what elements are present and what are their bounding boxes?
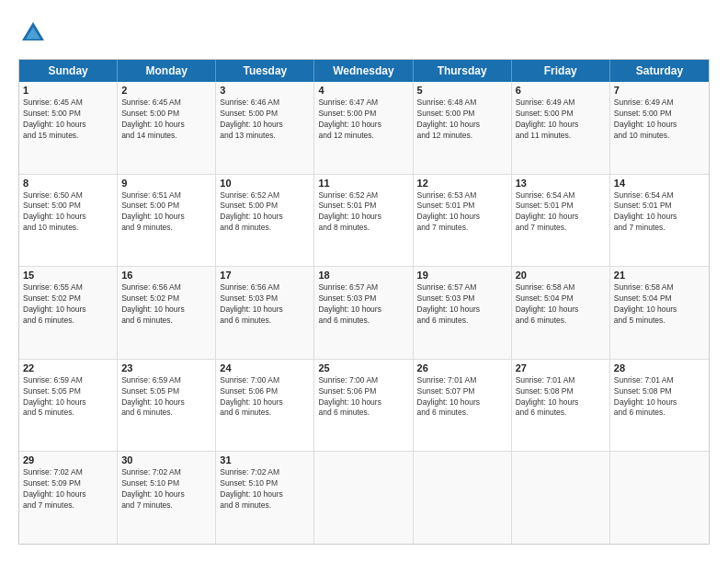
calendar-cell: 9Sunrise: 6:51 AMSunset: 5:00 PMDaylight… xyxy=(118,175,216,267)
cell-content: Sunrise: 7:00 AMSunset: 5:06 PMDaylight:… xyxy=(220,375,310,419)
cell-content: Sunrise: 6:59 AMSunset: 5:05 PMDaylight:… xyxy=(23,375,113,419)
cell-content: Sunrise: 6:54 AMSunset: 5:01 PMDaylight:… xyxy=(516,190,606,235)
calendar-cell: 5Sunrise: 6:48 AMSunset: 5:00 PMDaylight… xyxy=(414,82,512,174)
calendar-cell: 20Sunrise: 6:58 AMSunset: 5:04 PMDayligh… xyxy=(512,267,610,359)
day-number: 13 xyxy=(516,178,606,189)
day-number: 9 xyxy=(121,178,211,189)
header-day-thursday: Thursday xyxy=(414,60,512,82)
calendar: SundayMondayTuesdayWednesdayThursdayFrid… xyxy=(18,59,710,545)
day-number: 21 xyxy=(614,270,705,281)
calendar-cell: 18Sunrise: 6:57 AMSunset: 5:03 PMDayligh… xyxy=(314,267,413,359)
day-number: 16 xyxy=(121,270,211,281)
calendar-cell: 28Sunrise: 7:01 AMSunset: 5:08 PMDayligh… xyxy=(610,360,709,452)
cell-content: Sunrise: 6:48 AMSunset: 5:00 PMDaylight:… xyxy=(417,98,507,142)
day-number: 15 xyxy=(23,270,113,281)
day-number: 17 xyxy=(220,270,310,281)
calendar-cell: 30Sunrise: 7:02 AMSunset: 5:10 PMDayligh… xyxy=(118,452,216,544)
calendar-cell: 17Sunrise: 6:56 AMSunset: 5:03 PMDayligh… xyxy=(216,267,314,359)
calendar-cell: 3Sunrise: 6:46 AMSunset: 5:00 PMDaylight… xyxy=(216,82,314,174)
calendar-cell: 2Sunrise: 6:45 AMSunset: 5:00 PMDaylight… xyxy=(118,82,216,174)
calendar-cell: 24Sunrise: 7:00 AMSunset: 5:06 PMDayligh… xyxy=(216,360,314,452)
cell-content: Sunrise: 6:56 AMSunset: 5:02 PMDaylight:… xyxy=(121,282,211,327)
day-number: 24 xyxy=(220,362,310,373)
day-number: 6 xyxy=(516,85,606,96)
cell-content: Sunrise: 6:51 AMSunset: 5:00 PMDaylight:… xyxy=(121,190,211,235)
cell-content: Sunrise: 6:53 AMSunset: 5:01 PMDaylight:… xyxy=(417,190,507,235)
cell-content: Sunrise: 6:50 AMSunset: 5:00 PMDaylight:… xyxy=(23,190,113,235)
day-number: 2 xyxy=(121,85,211,96)
day-number: 26 xyxy=(417,362,507,373)
header-day-saturday: Saturday xyxy=(610,60,709,82)
day-number: 19 xyxy=(417,270,507,281)
day-number: 12 xyxy=(417,178,507,189)
day-number: 25 xyxy=(318,362,408,373)
cell-content: Sunrise: 6:57 AMSunset: 5:03 PMDaylight:… xyxy=(318,282,408,327)
day-number: 20 xyxy=(516,270,606,281)
calendar-cell: 7Sunrise: 6:49 AMSunset: 5:00 PMDaylight… xyxy=(610,82,709,174)
cell-content: Sunrise: 6:58 AMSunset: 5:04 PMDaylight:… xyxy=(516,282,606,327)
calendar-cell: 15Sunrise: 6:55 AMSunset: 5:02 PMDayligh… xyxy=(19,267,118,359)
calendar-cell: 12Sunrise: 6:53 AMSunset: 5:01 PMDayligh… xyxy=(414,175,512,267)
calendar-cell xyxy=(314,452,413,544)
cell-content: Sunrise: 6:52 AMSunset: 5:01 PMDaylight:… xyxy=(318,190,408,235)
day-number: 18 xyxy=(318,270,408,281)
day-number: 23 xyxy=(121,362,211,373)
cell-content: Sunrise: 6:56 AMSunset: 5:03 PMDaylight:… xyxy=(220,282,310,327)
calendar-cell xyxy=(512,452,610,544)
day-number: 8 xyxy=(23,178,113,189)
calendar-cell: 27Sunrise: 7:01 AMSunset: 5:08 PMDayligh… xyxy=(512,360,610,452)
calendar-header: SundayMondayTuesdayWednesdayThursdayFrid… xyxy=(19,60,709,82)
cell-content: Sunrise: 7:02 AMSunset: 5:10 PMDaylight:… xyxy=(220,467,310,511)
calendar-row-2: 8Sunrise: 6:50 AMSunset: 5:00 PMDaylight… xyxy=(19,175,709,268)
calendar-cell xyxy=(414,452,512,544)
cell-content: Sunrise: 6:45 AMSunset: 5:00 PMDaylight:… xyxy=(121,98,211,142)
calendar-cell: 21Sunrise: 6:58 AMSunset: 5:04 PMDayligh… xyxy=(610,267,709,359)
day-number: 22 xyxy=(23,362,113,373)
day-number: 10 xyxy=(220,178,310,189)
calendar-body: 1Sunrise: 6:45 AMSunset: 5:00 PMDaylight… xyxy=(19,82,709,544)
cell-content: Sunrise: 7:01 AMSunset: 5:08 PMDaylight:… xyxy=(516,375,606,419)
calendar-cell: 31Sunrise: 7:02 AMSunset: 5:10 PMDayligh… xyxy=(216,452,314,544)
calendar-cell: 19Sunrise: 6:57 AMSunset: 5:03 PMDayligh… xyxy=(414,267,512,359)
calendar-cell: 29Sunrise: 7:02 AMSunset: 5:09 PMDayligh… xyxy=(19,452,118,544)
cell-content: Sunrise: 6:47 AMSunset: 5:00 PMDaylight:… xyxy=(318,98,408,142)
calendar-row-4: 22Sunrise: 6:59 AMSunset: 5:05 PMDayligh… xyxy=(19,360,709,453)
header-day-sunday: Sunday xyxy=(19,60,118,82)
header-day-friday: Friday xyxy=(512,60,610,82)
header-day-tuesday: Tuesday xyxy=(216,60,314,82)
cell-content: Sunrise: 6:59 AMSunset: 5:05 PMDaylight:… xyxy=(121,375,211,419)
calendar-cell: 10Sunrise: 6:52 AMSunset: 5:00 PMDayligh… xyxy=(216,175,314,267)
header xyxy=(18,18,710,48)
day-number: 11 xyxy=(318,178,408,189)
calendar-cell: 26Sunrise: 7:01 AMSunset: 5:07 PMDayligh… xyxy=(414,360,512,452)
day-number: 27 xyxy=(516,362,606,373)
day-number: 3 xyxy=(220,85,310,96)
day-number: 14 xyxy=(614,178,705,189)
calendar-cell xyxy=(610,452,709,544)
calendar-row-5: 29Sunrise: 7:02 AMSunset: 5:09 PMDayligh… xyxy=(19,452,709,544)
cell-content: Sunrise: 6:57 AMSunset: 5:03 PMDaylight:… xyxy=(417,282,507,327)
cell-content: Sunrise: 6:45 AMSunset: 5:00 PMDaylight:… xyxy=(23,98,113,142)
calendar-cell: 4Sunrise: 6:47 AMSunset: 5:00 PMDaylight… xyxy=(314,82,413,174)
logo xyxy=(18,18,51,48)
calendar-cell: 25Sunrise: 7:00 AMSunset: 5:06 PMDayligh… xyxy=(314,360,413,452)
page: SundayMondayTuesdayWednesdayThursdayFrid… xyxy=(0,0,728,563)
calendar-row-3: 15Sunrise: 6:55 AMSunset: 5:02 PMDayligh… xyxy=(19,267,709,360)
cell-content: Sunrise: 6:54 AMSunset: 5:01 PMDaylight:… xyxy=(614,190,705,235)
day-number: 7 xyxy=(614,85,705,96)
cell-content: Sunrise: 6:58 AMSunset: 5:04 PMDaylight:… xyxy=(614,282,705,327)
cell-content: Sunrise: 6:46 AMSunset: 5:00 PMDaylight:… xyxy=(220,98,310,142)
day-number: 31 xyxy=(220,454,310,465)
cell-content: Sunrise: 7:01 AMSunset: 5:08 PMDaylight:… xyxy=(614,375,705,419)
calendar-cell: 22Sunrise: 6:59 AMSunset: 5:05 PMDayligh… xyxy=(19,360,118,452)
calendar-row-1: 1Sunrise: 6:45 AMSunset: 5:00 PMDaylight… xyxy=(19,82,709,175)
day-number: 29 xyxy=(23,454,113,465)
calendar-cell: 23Sunrise: 6:59 AMSunset: 5:05 PMDayligh… xyxy=(118,360,216,452)
logo-icon xyxy=(18,18,48,48)
day-number: 4 xyxy=(318,85,408,96)
cell-content: Sunrise: 7:02 AMSunset: 5:10 PMDaylight:… xyxy=(121,467,211,511)
calendar-cell: 8Sunrise: 6:50 AMSunset: 5:00 PMDaylight… xyxy=(19,175,118,267)
calendar-cell: 16Sunrise: 6:56 AMSunset: 5:02 PMDayligh… xyxy=(118,267,216,359)
calendar-cell: 14Sunrise: 6:54 AMSunset: 5:01 PMDayligh… xyxy=(610,175,709,267)
cell-content: Sunrise: 7:00 AMSunset: 5:06 PMDaylight:… xyxy=(318,375,408,419)
